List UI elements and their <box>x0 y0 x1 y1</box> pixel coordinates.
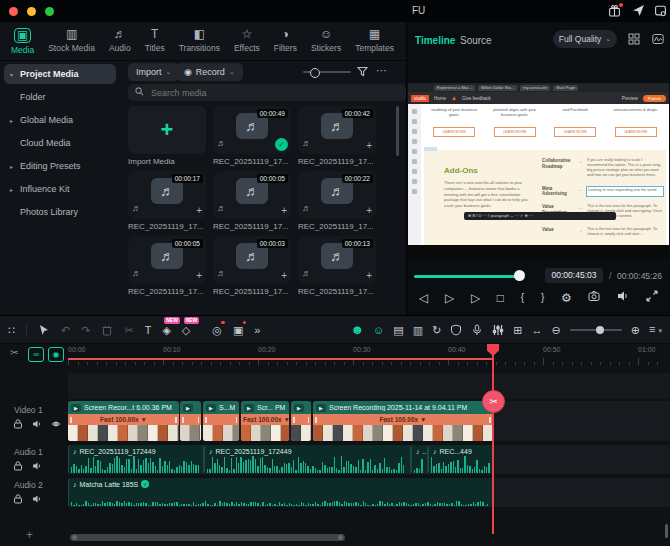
mark-out-button[interactable]: } <box>541 290 544 306</box>
grid-view-icon[interactable] <box>628 33 640 47</box>
toolbox-icon[interactable]: ∷ <box>8 323 15 337</box>
keyframe-tool-icon[interactable]: ◇NEW <box>182 323 190 337</box>
clip-speed-bar[interactable]: Fast 100.00x ▼ <box>313 414 493 425</box>
link-clips-icon[interactable]: ∞ <box>28 347 44 362</box>
search-bar[interactable] <box>128 84 406 101</box>
audio-clip[interactable]: ♪ REC...449 <box>428 445 494 474</box>
seek-bar[interactable] <box>414 275 518 278</box>
nav-tab[interactable]: ◧ Transitions <box>172 25 227 58</box>
video-clip[interactable]: ▶ Screen Recor...t 6.00.36 PM Fast 100.0… <box>68 401 179 441</box>
ai-copilot-icon[interactable]: ☺ <box>373 323 384 337</box>
more-options-icon[interactable]: ⋯ <box>376 64 387 77</box>
track-magnet-icon[interactable]: ◉ <box>48 347 64 362</box>
voiceover-mic-icon[interactable] <box>471 324 483 336</box>
undo-icon[interactable]: ↶ <box>61 323 70 337</box>
tab-timeline[interactable]: Timeline <box>415 35 455 46</box>
video-clip[interactable]: ▶ <box>291 401 311 441</box>
select-tool-icon[interactable] <box>38 324 50 336</box>
media-grid-scrollbar[interactable] <box>396 106 399 156</box>
media-tile[interactable]: ♬ ♬ 00:00:03 + REC_20251119_17... <box>213 236 291 296</box>
previous-frame-button[interactable]: ◁ <box>419 290 428 306</box>
maximize-window-button[interactable] <box>45 7 54 16</box>
nav-tab[interactable]: ☆ Effects <box>227 25 267 58</box>
media-tile[interactable]: ♬ ♬ 00:00:42 + REC_20251119_17... <box>298 106 376 166</box>
next-frame-button[interactable]: ▷ <box>445 290 454 306</box>
add-track-button[interactable]: + <box>26 528 33 542</box>
sidebar-item[interactable]: Photos Library <box>4 202 116 222</box>
share-icon[interactable] <box>632 4 646 18</box>
current-timecode[interactable]: 00:00:45:03 <box>545 268 603 283</box>
record-button[interactable]: ◉ Record⌄ <box>176 63 243 81</box>
timeline-vertical-scrollbar[interactable] <box>665 524 668 538</box>
clip-speed-bar[interactable] <box>203 414 239 425</box>
redo-icon[interactable]: ↷ <box>81 323 90 337</box>
audio-clip[interactable]: ♪ REC_20251119_172449 <box>204 445 411 474</box>
audio-mixer-icon[interactable] <box>492 324 504 336</box>
video-clip[interactable]: ▶ Screen Recording 2025-11-14 at 9.04.11… <box>313 401 493 441</box>
track-manager-icon[interactable]: ≡ ▾ <box>649 322 662 338</box>
playhead[interactable] <box>492 346 494 534</box>
media-tile[interactable]: ♬ ♬ 00:00:13 + REC_20251119_17... <box>298 236 376 296</box>
timeline-zoom-slider[interactable] <box>570 329 622 331</box>
close-window-button[interactable] <box>9 7 18 16</box>
clip-speed-bar[interactable] <box>180 414 201 425</box>
add-to-timeline-icon[interactable]: + <box>196 207 202 215</box>
add-to-timeline-icon[interactable]: + <box>281 207 287 215</box>
timeline-ruler[interactable]: ✂ ∞ ◉ 00:0000:1000:2000:3000:4000:5001:0… <box>0 344 670 368</box>
audio-clip[interactable]: ♪ .. <box>411 445 428 474</box>
zoom-out-icon[interactable]: ⊖ <box>552 323 561 337</box>
import-media-tile[interactable]: + Import Media <box>128 106 206 166</box>
sidebar-item[interactable]: ▾ Project Media <box>4 64 116 84</box>
filter-icon[interactable] <box>357 66 368 79</box>
clip-speed-bar[interactable]: Fast 100.00x ▼ <box>68 414 179 425</box>
minimize-window-button[interactable] <box>27 7 36 16</box>
clip-speed-bar[interactable] <box>291 414 311 425</box>
playback-settings-icon[interactable]: ⚙ <box>561 290 572 306</box>
stop-button[interactable]: □ <box>497 290 504 306</box>
import-clip-icon[interactable]: ▥ <box>413 323 423 337</box>
quick-split-scissors-icon[interactable]: ✂ <box>482 390 505 413</box>
playback-quality-dropdown[interactable]: Full Quality⌄ <box>553 30 617 48</box>
video-clip[interactable]: ▶ S...M <box>203 401 239 441</box>
nav-tab[interactable]: T Titles <box>138 25 172 58</box>
export-clip-icon[interactable]: ▤ <box>393 323 403 337</box>
music-clip[interactable]: ♪ Matcha Latte 185S ✓ <box>68 478 494 507</box>
sidebar-item[interactable]: Cloud Media <box>4 133 116 153</box>
clip-speed-bar[interactable]: Fast 100.00x ▼ <box>241 414 289 425</box>
add-to-timeline-icon[interactable]: + <box>196 272 202 280</box>
nav-tab[interactable]: ▣ Media <box>4 25 41 58</box>
add-to-timeline-icon[interactable]: + <box>366 272 372 280</box>
ai-assistant-icon[interactable]: ☻ <box>350 323 364 337</box>
fit-timeline-icon[interactable]: ↔ <box>532 323 543 337</box>
export-icon[interactable] <box>654 4 668 18</box>
preview-video-frame[interactable]: Experience a Mac...Billion Dollar Sto...… <box>408 83 669 259</box>
zoom-in-icon[interactable]: ⊕ <box>631 323 640 337</box>
search-input[interactable] <box>149 87 363 99</box>
add-to-timeline-icon[interactable]: + <box>366 142 372 150</box>
video-clip[interactable]: ▶ Scr... PM Fast 100.00x ▼ <box>241 401 289 441</box>
nav-tab[interactable]: ♬ Audio <box>102 25 138 58</box>
nav-tab[interactable]: ▦ Templates <box>348 25 401 58</box>
thumbnail-size-slider[interactable] <box>303 71 351 73</box>
sidebar-item[interactable]: ▸ Editing Presets <box>4 156 116 176</box>
add-to-timeline-icon[interactable]: + <box>281 272 287 280</box>
auto-caption-icon[interactable]: ◎ <box>212 323 222 337</box>
media-tile[interactable]: ♬ ♬ 00:00:05 + REC_20251119_17... <box>213 171 291 231</box>
nav-tab[interactable]: ☺ Stickers <box>304 25 348 58</box>
snapshot-icon[interactable] <box>588 290 600 306</box>
scopes-icon[interactable] <box>652 33 664 47</box>
tab-source[interactable]: Source <box>460 35 492 46</box>
timeline-horizontal-scrollbar[interactable] <box>70 534 345 541</box>
add-to-timeline-icon[interactable]: + <box>366 207 372 215</box>
sidebar-item[interactable]: Folder <box>4 87 116 107</box>
seek-handle[interactable] <box>514 270 525 281</box>
gift-icon[interactable] <box>608 4 622 18</box>
volume-icon[interactable] <box>617 290 629 306</box>
safe-area-icon[interactable] <box>450 324 462 336</box>
split-icon[interactable]: ✂ <box>124 323 133 337</box>
frame-grab-icon[interactable]: ⊞ <box>513 323 522 337</box>
sidebar-item[interactable]: ▸ Influence Kit <box>4 179 116 199</box>
nav-tab[interactable]: ◑ Filters <box>267 25 304 58</box>
delete-icon[interactable] <box>101 324 113 336</box>
ripple-edit-icon[interactable]: ✂ <box>10 347 18 358</box>
